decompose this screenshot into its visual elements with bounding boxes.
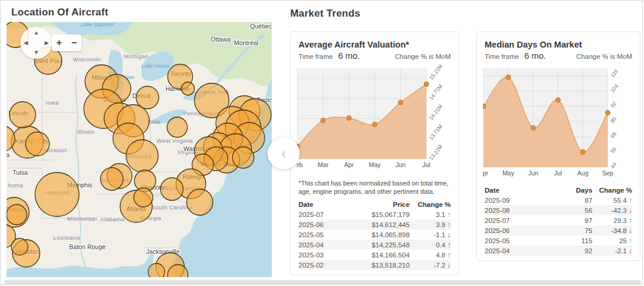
arrow-down-icon: ↓	[629, 206, 632, 215]
city-label: Baton Rouge	[69, 243, 105, 250]
x-axis-tick: Mar	[318, 161, 329, 168]
table-header: Price	[345, 200, 410, 209]
aircraft-bubble[interactable]	[136, 86, 159, 109]
table-row: 2025-03$14,166,5044.8↑	[299, 250, 451, 260]
aircraft-bubble[interactable]	[126, 140, 158, 172]
arrow-down-icon: ↓	[447, 261, 451, 269]
pan-up-icon[interactable]: ▲	[34, 30, 39, 36]
value-cell: 75	[530, 225, 592, 235]
table-row: 2025-02$13,518,210-7.2↓	[299, 260, 451, 270]
city-label: Québec	[250, 23, 272, 30]
state-label: Illinois	[77, 128, 95, 135]
state-label: Mississippi	[67, 215, 97, 222]
date-cell: 2025-05	[299, 230, 345, 240]
state-label: Iowa	[46, 99, 59, 106]
lake-label: Lake Superior	[81, 22, 115, 27]
pan-down-icon[interactable]: ▼	[34, 50, 39, 55]
data-point[interactable]	[398, 100, 403, 105]
aircraft-bubble[interactable]	[161, 178, 183, 200]
map-panel-title: Location Of Aircraft	[11, 7, 108, 18]
change-cell: -42.3↓	[592, 205, 632, 215]
aircraft-bubble[interactable]	[233, 147, 254, 168]
aircraft-bubble[interactable]	[10, 102, 36, 128]
change-cell: 25↑	[592, 235, 632, 246]
table-header: Change %	[592, 186, 632, 195]
change-value: 0.4	[436, 241, 445, 249]
valuation-card-title: Average Aircraft Valuation*	[299, 40, 451, 49]
date-cell: 2025-02	[299, 260, 345, 270]
valuation-card: Average Aircraft Valuation* Time frame 6…	[290, 32, 459, 275]
aircraft-bubble[interactable]	[7, 205, 27, 225]
aircraft-bubble[interactable]	[148, 263, 165, 277]
arrow-up-icon: ↑	[629, 237, 632, 245]
valuation-chart[interactable]: 13.21M13.71M14.21M14.71M15.21MFebMarAprM…	[297, 65, 455, 173]
change-value: -34.8	[611, 227, 627, 234]
value-cell: $13,518,210	[345, 260, 410, 270]
table-row: 2025-0511525↑	[485, 235, 632, 246]
aircraft-bubble[interactable]	[134, 188, 153, 207]
x-axis-tick: Jun	[528, 169, 538, 177]
arrow-up-icon: ↑	[447, 241, 451, 249]
value-cell: $14,065,898	[345, 230, 410, 240]
data-point[interactable]	[531, 125, 536, 130]
x-axis-tick: Jul	[554, 169, 562, 177]
change-cell: 29.3↑	[592, 215, 632, 225]
time-frame-value[interactable]: 6 mo.	[338, 51, 360, 61]
change-value: 55.4	[614, 197, 627, 204]
table-header: Days	[530, 186, 592, 195]
days-chart[interactable]: 4456688092104116AprMayJunJulAugSep	[483, 65, 636, 181]
date-cell: 2025-06	[485, 225, 530, 235]
aircraft-bubble[interactable]	[11, 238, 28, 255]
time-frame-value[interactable]: 6 mo.	[524, 51, 546, 61]
map-pan-control[interactable]: ▲ ▼ ◀ ▶	[20, 27, 52, 59]
time-frame-label: Time frame	[299, 53, 333, 60]
change-note: Change % is MoM	[395, 53, 451, 60]
y-axis-tick: 14.21M	[428, 103, 444, 121]
pan-left-icon[interactable]: ◀	[24, 40, 28, 46]
data-point[interactable]	[483, 104, 486, 109]
aircraft-bubble[interactable]	[26, 132, 49, 156]
data-point[interactable]	[321, 118, 325, 122]
table-header: Date	[299, 200, 345, 209]
y-axis-tick: 13.21M	[428, 143, 444, 161]
aircraft-bubble[interactable]	[35, 172, 79, 216]
change-value: -1.1	[433, 231, 445, 238]
zoom-in-button[interactable]: +	[52, 34, 67, 51]
pan-right-icon[interactable]: ▶	[45, 40, 49, 46]
city-label: Wichita	[7, 151, 10, 158]
map-zoom-control: + −	[52, 34, 81, 51]
data-point[interactable]	[347, 115, 351, 120]
state-label: Wisconsin	[73, 56, 101, 62]
arrow-down-icon: ↓	[447, 231, 451, 239]
table-header: Change %	[410, 200, 451, 209]
aircraft-bubble[interactable]	[100, 168, 123, 190]
y-axis-tick: 56	[610, 146, 618, 155]
data-point[interactable]	[580, 150, 585, 155]
horizontal-scrollbar[interactable]	[4, 280, 641, 285]
value-cell: 92	[530, 246, 592, 256]
change-cell: -7.2↓	[410, 260, 451, 270]
table-row: 2025-04$14,225,5480.4↑	[299, 240, 451, 250]
data-point[interactable]	[424, 82, 429, 87]
change-cell: 3.9↑	[410, 219, 451, 230]
data-point[interactable]	[555, 98, 560, 102]
carousel-previous-button[interactable]: ‹	[268, 137, 300, 169]
value-cell: 87	[530, 195, 592, 205]
aircraft-bubble[interactable]	[167, 117, 187, 137]
aircraft-bubble[interactable]	[187, 189, 213, 215]
arrow-down-icon: ↓	[629, 227, 632, 235]
aircraft-location-map[interactable]: Lake SuperiorLake MichiganLake Huronsota…	[7, 22, 272, 277]
state-label: Alabama	[100, 216, 125, 222]
data-point[interactable]	[372, 122, 377, 127]
y-axis-tick: 116	[610, 68, 620, 78]
table-row: 2025-079729.3↑	[485, 215, 632, 225]
data-point[interactable]	[605, 111, 610, 115]
data-point[interactable]	[506, 75, 511, 80]
days-table: DateDaysChange %2025-098755.4↑2025-0856-…	[485, 186, 632, 256]
valuation-footnote: *This chart has been normalized based on…	[299, 179, 451, 196]
zoom-out-button[interactable]: −	[67, 34, 81, 51]
time-frame-label: Time frame	[485, 53, 519, 60]
change-value: 4.8	[436, 252, 445, 259]
aircraft-bubble[interactable]	[181, 82, 194, 95]
table-row: 2025-05$14,065,898-1.1↓	[299, 230, 451, 240]
